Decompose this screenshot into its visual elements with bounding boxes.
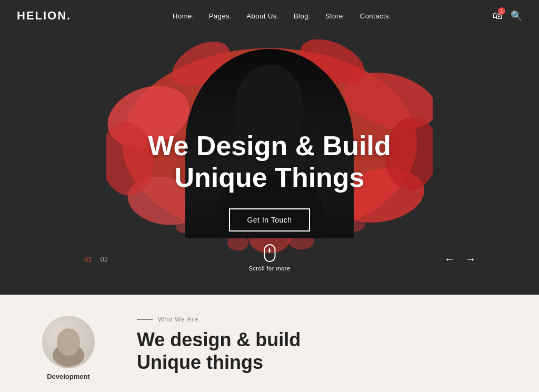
- cart-icon[interactable]: 🛍 1: [493, 11, 502, 22]
- hero-content: We Design & Build Unique Things Get In T…: [112, 130, 427, 232]
- header-icons: 🛍 1 🔍: [493, 10, 522, 22]
- nav-pages[interactable]: Pages.: [209, 12, 232, 20]
- scroll-indicator: Scroll for more: [248, 244, 290, 272]
- nav-contacts[interactable]: Contacts.: [360, 12, 391, 20]
- scroll-label: Scroll for more: [248, 265, 290, 272]
- main-nav: Home. Pages. About Us. Blog. Store. Cont…: [173, 12, 391, 20]
- below-left: Development: [42, 316, 95, 380]
- search-icon[interactable]: 🔍: [511, 10, 522, 22]
- hero-cta-button[interactable]: Get In Touch: [229, 208, 310, 232]
- next-arrow[interactable]: →: [465, 253, 476, 265]
- scroll-mouse-icon: [264, 244, 275, 262]
- hero-title: We Design & Build Unique Things: [112, 130, 427, 194]
- development-circle: [42, 316, 95, 368]
- nav-home[interactable]: Home.: [173, 12, 194, 20]
- nav-arrows: ← →: [444, 253, 476, 265]
- site-header: HELION. Home. Pages. About Us. Blog. Sto…: [0, 0, 539, 32]
- prev-arrow[interactable]: ←: [444, 253, 455, 265]
- site-logo[interactable]: HELION.: [17, 9, 71, 23]
- slide-total[interactable]: 02: [100, 255, 107, 263]
- slide-indicators: 01 02: [84, 255, 108, 263]
- nav-store[interactable]: Store.: [325, 12, 345, 20]
- below-right: Who We Are We design & build Unique thin…: [137, 316, 301, 374]
- hero-section: We Design & Build Unique Things Get In T…: [0, 0, 539, 295]
- nav-about[interactable]: About Us.: [246, 12, 279, 20]
- cart-badge: 1: [498, 7, 505, 15]
- nav-blog[interactable]: Blog.: [294, 12, 311, 20]
- development-icon: [47, 326, 89, 368]
- slide-current[interactable]: 01: [84, 255, 92, 263]
- who-we-are-label: Who We Are: [137, 316, 301, 323]
- who-line: [137, 319, 153, 320]
- below-title: We design & build Unique things: [137, 328, 301, 374]
- svg-point-15: [57, 328, 80, 356]
- circle-label: Development: [47, 373, 90, 380]
- below-hero-section: Development Who We Are We design & build…: [0, 295, 539, 392]
